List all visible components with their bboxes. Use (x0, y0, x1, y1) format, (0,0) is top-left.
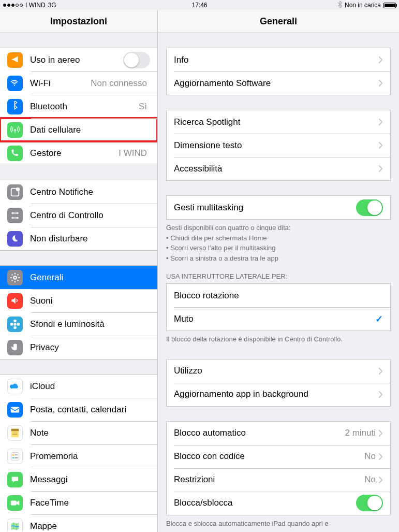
sidebar-item-mail[interactable]: Posta, contatti, calendari (0, 398, 157, 421)
sidebar-item-bluetooth[interactable]: BluetoothSì (0, 95, 157, 118)
detail-row-textsize[interactable]: Dimensione testo (167, 134, 390, 157)
control-icon (7, 208, 23, 223)
passlock-value: No (364, 451, 376, 462)
detail-row-mute[interactable]: Muto✓ (167, 307, 390, 330)
chevron-right-icon (379, 453, 383, 460)
detail-row-restrict[interactable]: RestrizioniNo (167, 468, 390, 492)
sidebar-item-reminders[interactable]: Promemoria (0, 444, 157, 468)
sidebar-item-label: iCloud (30, 381, 150, 392)
sidebar-item-messages[interactable]: Messaggi (0, 468, 157, 491)
flower-icon (7, 317, 23, 332)
sidebar-scroll[interactable]: Uso in aereoWi-FiNon connessoBluetoothSì… (0, 33, 157, 532)
sidebar-item-label: FaceTime (30, 498, 150, 508)
sidebar-item-carrier[interactable]: GestoreI WIND (0, 141, 157, 165)
sidebar-item-label: Messaggi (30, 475, 150, 485)
sidebar-item-sounds[interactable]: Suoni (0, 289, 157, 312)
sidebar-item-airplane[interactable]: Uso in aereo (0, 48, 157, 71)
sidebar-item-cellular[interactable]: Dati cellulare (0, 118, 157, 141)
row-label: Blocco con codice (174, 451, 364, 462)
sidebar-item-label: Centro di Controllo (30, 210, 150, 221)
detail-row-access[interactable]: Accessibilità (167, 157, 390, 180)
video-icon (7, 495, 23, 511)
detail-row-spotlight[interactable]: Ricerca Spotlight (167, 110, 390, 134)
sidebar-item-label: Wi-Fi (30, 78, 91, 89)
sidebar-item-general[interactable]: Generali (0, 266, 157, 289)
wifi-icon (7, 76, 23, 91)
sidebar-item-wallpaper[interactable]: Sfondi e luminosità (0, 312, 157, 336)
chevron-right-icon (379, 119, 383, 125)
detail-row-lockrot[interactable]: Blocco rotazione (167, 284, 390, 307)
cloud-icon (7, 379, 23, 394)
notes-icon (7, 425, 23, 441)
chevron-right-icon (379, 165, 383, 172)
row-label: Ricerca Spotlight (174, 117, 379, 127)
sidebar-item-maps[interactable]: Mappe (0, 514, 157, 532)
maps-icon (7, 519, 23, 533)
wifi-value: Non connesso (91, 78, 147, 89)
sidebar-item-notif[interactable]: Centro Notifiche (0, 180, 157, 204)
detail-row-about[interactable]: Info (167, 48, 390, 71)
bluetooth-icon (7, 99, 23, 114)
sidebar-item-label: Dati cellulare (30, 125, 150, 135)
group-footer: Blocca e sblocca automaticamente iPad qu… (158, 515, 399, 529)
restrict-value: No (364, 475, 376, 485)
detail-row-autolock[interactable]: Blocco automatico2 minuti (167, 422, 390, 445)
airplane-icon (7, 52, 23, 68)
row-label: Gesti multitasking (174, 203, 356, 213)
status-bar: I WIND 3G 17:46 Non in carica (0, 0, 399, 10)
row-label: Dimensione testo (174, 140, 379, 151)
sidebar-item-facetime[interactable]: FaceTime (0, 491, 157, 514)
sidebar-item-label: Centro Notifiche (30, 187, 150, 197)
detail-title: Generali (158, 10, 399, 33)
row-label: Accessibilità (174, 164, 379, 174)
group-header: USA INTERRUTTORE LATERALE PER: (158, 263, 399, 283)
chevron-right-icon (379, 142, 383, 149)
chevron-right-icon (379, 391, 383, 398)
row-label: Aggiornamento app in background (174, 389, 379, 399)
moon-icon (7, 231, 23, 247)
checkmark-icon: ✓ (375, 313, 383, 325)
bluetooth-status-icon (338, 1, 342, 9)
sidebar-item-dnd[interactable]: Non disturbare (0, 227, 157, 250)
sidebar-item-label: Promemoria (30, 451, 150, 462)
chevron-right-icon (379, 56, 383, 63)
sidebar-item-label: Gestore (30, 148, 119, 159)
row-label: Muto (174, 314, 375, 324)
row-label: Blocco rotazione (174, 291, 383, 301)
detail-row-lockunl[interactable]: Blocca/sblocca (167, 492, 390, 515)
sidebar-item-icloud[interactable]: iCloud (0, 375, 157, 398)
notif-icon (7, 184, 23, 200)
row-label: Aggiornamento Software (174, 78, 379, 89)
airplane-switch[interactable] (123, 52, 150, 68)
detail-row-passlock[interactable]: Blocco con codiceNo (167, 445, 390, 468)
phone-icon (7, 146, 23, 161)
sidebar-item-notes[interactable]: Note (0, 421, 157, 444)
detail-row-swupd[interactable]: Aggiornamento Software (167, 71, 390, 95)
sidebar-item-label: Privacy (30, 342, 150, 353)
detail-scroll[interactable]: InfoAggiornamento SoftwareRicerca Spotli… (158, 33, 399, 532)
chevron-right-icon (379, 430, 383, 437)
sidebar-item-privacy[interactable]: Privacy (0, 336, 157, 359)
sidebar-item-label: Sfondi e luminosità (30, 319, 150, 329)
chevron-right-icon (379, 80, 383, 87)
sidebar-item-label: Suoni (30, 296, 150, 306)
detail-pane: Generali InfoAggiornamento SoftwareRicer… (158, 10, 399, 532)
charge-label: Non in carica (345, 2, 381, 9)
detail-row-multitask[interactable]: Gesti multitasking (167, 196, 390, 219)
autolock-value: 2 minuti (345, 428, 376, 438)
settings-sidebar: Impostazioni Uso in aereoWi-FiNon connes… (0, 10, 158, 532)
signal-strength-icon (3, 4, 23, 7)
sidebar-item-control[interactable]: Centro di Controllo (0, 204, 157, 227)
group-footer: Gesti disponibili con quattro o cinque d… (158, 220, 399, 263)
detail-row-usage[interactable]: Utilizzo (167, 360, 390, 383)
sidebar-item-wifi[interactable]: Wi-FiNon connesso (0, 71, 157, 95)
detail-row-bgapp[interactable]: Aggiornamento app in background (167, 383, 390, 406)
hand-icon (7, 340, 23, 355)
clock-label: 17:46 (191, 2, 207, 9)
carrier-label: I WIND (25, 2, 46, 9)
lockunl-switch[interactable] (356, 495, 383, 511)
multitask-switch[interactable] (356, 199, 383, 216)
sidebar-item-label: Mappe (30, 521, 150, 531)
sidebar-item-label: Posta, contatti, calendari (30, 405, 150, 415)
battery-icon (383, 3, 396, 8)
